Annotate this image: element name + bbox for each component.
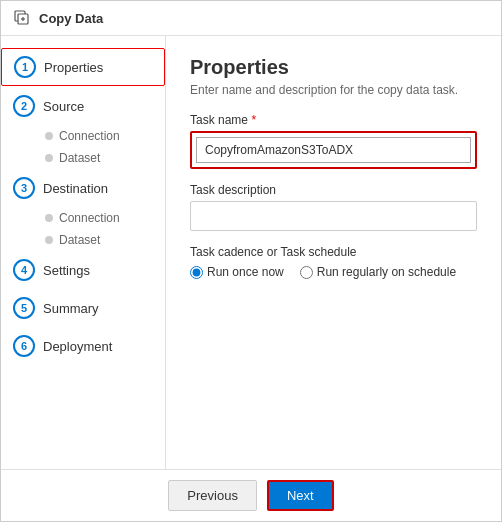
radio-run-schedule-label: Run regularly on schedule: [317, 265, 456, 279]
previous-button[interactable]: Previous: [168, 480, 257, 511]
destination-dataset-dot: [45, 236, 53, 244]
destination-connection-dot: [45, 214, 53, 222]
radio-run-once[interactable]: Run once now: [190, 265, 284, 279]
footer: Previous Next: [1, 469, 501, 521]
sidebar: 1 Properties 2 Source Connection Dataset: [1, 36, 166, 469]
next-button[interactable]: Next: [267, 480, 334, 511]
sidebar-item-properties[interactable]: 1 Properties: [1, 48, 165, 86]
step-circle-3: 3: [13, 177, 35, 199]
source-connection-item[interactable]: Connection: [33, 126, 165, 146]
sidebar-item-source[interactable]: 2 Source: [1, 88, 165, 124]
sidebar-label-source: Source: [43, 99, 84, 114]
source-connection-label: Connection: [59, 129, 120, 143]
radio-run-once-input[interactable]: [190, 266, 203, 279]
cadence-label: Task cadence or Task schedule: [190, 245, 477, 259]
radio-run-schedule-input[interactable]: [300, 266, 313, 279]
panel-subtitle: Enter name and description for the copy …: [190, 83, 477, 97]
sidebar-label-destination: Destination: [43, 181, 108, 196]
step-circle-4: 4: [13, 259, 35, 281]
properties-panel: Properties Enter name and description fo…: [166, 36, 501, 469]
step-circle-2: 2: [13, 95, 35, 117]
sidebar-label-settings: Settings: [43, 263, 90, 278]
task-description-input[interactable]: [190, 201, 477, 231]
sidebar-label-deployment: Deployment: [43, 339, 112, 354]
task-name-input[interactable]: [196, 137, 471, 163]
task-name-group: Task name *: [190, 113, 477, 169]
cadence-group: Task cadence or Task schedule Run once n…: [190, 245, 477, 279]
step-circle-5: 5: [13, 297, 35, 319]
panel-title: Properties: [190, 56, 477, 79]
task-description-label: Task description: [190, 183, 477, 197]
copy-data-icon: [13, 9, 31, 27]
radio-run-schedule[interactable]: Run regularly on schedule: [300, 265, 456, 279]
destination-connection-item[interactable]: Connection: [33, 208, 165, 228]
destination-dataset-item[interactable]: Dataset: [33, 230, 165, 250]
step-circle-6: 6: [13, 335, 35, 357]
source-dataset-item[interactable]: Dataset: [33, 148, 165, 168]
task-description-group: Task description: [190, 183, 477, 231]
sidebar-item-settings[interactable]: 4 Settings: [1, 252, 165, 288]
sidebar-label-properties: Properties: [44, 60, 103, 75]
radio-group: Run once now Run regularly on schedule: [190, 265, 477, 279]
sidebar-item-summary[interactable]: 5 Summary: [1, 290, 165, 326]
sidebar-item-deployment[interactable]: 6 Deployment: [1, 328, 165, 364]
sidebar-item-destination[interactable]: 3 Destination: [1, 170, 165, 206]
destination-sub-items: Connection Dataset: [1, 208, 165, 250]
radio-run-once-label: Run once now: [207, 265, 284, 279]
step-circle-1: 1: [14, 56, 36, 78]
destination-connection-label: Connection: [59, 211, 120, 225]
source-dataset-label: Dataset: [59, 151, 100, 165]
main-content: 1 Properties 2 Source Connection Dataset: [1, 36, 501, 469]
destination-dataset-label: Dataset: [59, 233, 100, 247]
source-dataset-dot: [45, 154, 53, 162]
task-name-label: Task name *: [190, 113, 477, 127]
title-bar: Copy Data: [1, 1, 501, 36]
app-title: Copy Data: [39, 11, 103, 26]
task-name-container: [190, 131, 477, 169]
required-marker: *: [251, 113, 256, 127]
source-sub-items: Connection Dataset: [1, 126, 165, 168]
source-connection-dot: [45, 132, 53, 140]
app-window: Copy Data 1 Properties 2 Source Connecti…: [0, 0, 502, 522]
sidebar-label-summary: Summary: [43, 301, 99, 316]
